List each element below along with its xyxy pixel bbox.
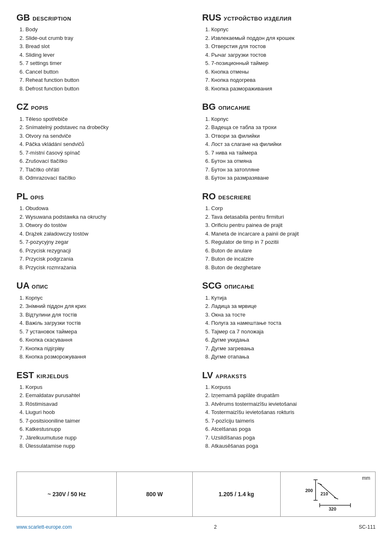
list-item: Дугме загревања [211,345,376,353]
section-title-rus: RUS УСТРОЙСТВО ИЗДЕЛИЯ [202,12,376,23]
list-item: Лост за слагане на филийки [211,140,376,148]
list-item: Корпус [25,294,190,302]
list-item: Корпус [211,25,376,34]
list-item: Tava detasabila pentru firmituri [211,213,376,221]
list-item: Sliding lever [25,51,190,59]
section-list-lv: KorpussIzņemamā paplāte drupatāmAtvērums… [202,383,376,450]
section-ua: UA ОПИСКорпусЗнімний піддон для крихВідт… [16,280,190,361]
section-title-lv: LV APRAKSTS [202,370,376,381]
section-list-pl: ObudowaWysuwana podstawka na okruchyOtwo… [16,204,190,271]
lang-name-ua: ОПИС [32,284,48,290]
list-item: 7-pozīciju taimeris [211,417,376,425]
list-item: Atkausēšanas poga [211,442,376,450]
list-item: Вадеща се табла за трохи [211,123,376,132]
list-item: Cancel button [25,68,190,76]
lang-name-scg: ОПИСАЊЕ [224,284,254,290]
specs-table: ~ 230V / 50 Hz 800 W 1.205 / 1.4 kg mm 2… [16,472,376,517]
section-title-ua: UA ОПИС [16,280,190,291]
dim3-label: 320 [329,506,336,511]
lang-code-est: EST [16,370,37,380]
list-item: Тајмер са 7 положаја [211,328,376,336]
section-gb: GB DESCRIPTIONBodySlide-out crumb trayBr… [16,12,190,92]
list-item: Orificiu pentru painea de prajit [211,221,376,229]
voltage-cell: ~ 230V / 50 Hz [17,472,117,516]
list-item: Páčka vkládání sendvičů [25,140,190,148]
section-title-bg: BG ОПИСАНИЕ [202,102,376,112]
section-title-scg: SCG ОПИСАЊЕ [202,280,376,291]
list-item: 7 установок таймера [25,328,190,336]
left-column: GB DESCRIPTIONBodySlide-out crumb trayBr… [16,12,190,459]
list-item: Těleso spotřebiče [25,115,190,123]
power-value: 800 W [146,491,163,497]
list-item: Atvērums tostermaizīšu ievietošanai [211,400,376,408]
dim2-label: 210 [321,491,328,496]
list-item: Röstimisavad [25,400,190,408]
list-item: Ülessulatamise nupp [25,442,190,450]
content-columns: GB DESCRIPTIONBodySlide-out crumb trayBr… [16,12,376,459]
list-item: Obudowa [25,204,190,213]
page: GB DESCRIPTIONBodySlide-out crumb trayBr… [0,0,392,555]
list-item: Katkestusnupp [25,425,190,433]
section-list-scg: КутијаЛадица за мрвицеОкна за тостеПолуг… [202,294,376,361]
svg-line-4 [318,483,322,485]
list-item: Drążek załadowczy tostów [25,230,190,238]
lang-name-rus: УСТРОЙСТВО ИЗДЕЛИЯ [224,16,292,22]
lang-code-lv: LV [202,370,216,380]
lang-name-gb: DESCRIPTION [32,16,71,22]
lang-name-pl: OPIS [30,194,44,201]
section-list-gb: BodySlide-out crumb trayBread slotSlidin… [16,25,190,92]
list-item: Дугме укидања [211,336,376,344]
list-item: Bread slot [25,42,190,51]
list-item: Бутон за размразяване [211,174,376,182]
list-item: Eemaldatav purusahtel [25,391,190,400]
section-pl: PL OPISObudowaWysuwana podstawka na okru… [16,191,190,271]
list-item: Zrušovací tlačítko [25,157,190,165]
list-item: Бутон за затопляне [211,166,376,174]
list-item: Кнопка отмены [211,68,376,76]
dims-unit: mm [362,475,370,481]
page-number: 2 [214,524,217,530]
lang-name-ro: DESCRIERE [218,194,251,201]
list-item: Wysuwana podstawka na okruchy [25,213,190,221]
section-list-rus: КорпусИзвлекаемый поддон для крошекОтвер… [202,25,376,92]
list-item: Окна за тосте [211,311,376,319]
list-item: Korpus [25,383,190,391]
lang-code-rus: RUS [202,12,224,23]
section-list-cz: Těleso spotřebičeSnímatelný podstavec na… [16,115,190,182]
list-item: Otvory na sendviče [25,132,190,140]
list-item: Извлекаемый поддон для крошек [211,34,376,42]
list-item: 7 settings timer [25,59,190,67]
list-item: Важіль загрузки тостів [25,319,190,327]
list-item: Корпус [211,115,376,123]
lang-name-est: KIRJELDUS [37,373,69,379]
list-item: 7-позиционный таймер [211,59,376,67]
list-item: Знімний піддон для крих [25,302,190,310]
list-item: Reheat function button [25,76,190,84]
website-link[interactable]: www.scarlett-europe.com [16,524,72,530]
section-ro: RO DESCRIERECorpTava detasabila pentru f… [202,191,376,271]
dim1-label: 200 [305,488,313,493]
list-item: Tlačítko ohřátí [25,166,190,174]
section-rus: RUS УСТРОЙСТВО ИЗДЕЛИЯКорпусИзвлекаемый … [202,12,376,92]
section-title-pl: PL OPIS [16,191,190,202]
list-item: Рычаг загрузки тостов [211,51,376,59]
section-lv: LV APRAKSTSKorpussIzņemamā paplāte drupa… [202,370,376,450]
list-item: Кнопка розморожування [25,353,190,361]
list-item: Izņemamā paplāte drupatām [211,391,376,400]
section-list-ro: CorpTava detasabila pentru firmituriOrif… [202,204,376,271]
lang-code-pl: PL [16,191,30,201]
list-item: Defrost function button [25,85,190,93]
list-item: Buton de anulare [211,247,376,255]
voltage-value: ~ 230V / 50 Hz [48,491,86,497]
list-item: Järelkuumutuse nupp [25,434,190,442]
list-item: Body [25,25,190,34]
list-item: Tostermaizīšu ievietošanas rokturis [211,408,376,416]
list-item: Ладица за мрвице [211,302,376,310]
weight-cell: 1.205 / 1.4 kg [193,472,281,516]
page-footer: www.scarlett-europe.com 2 SC-111 [16,524,376,530]
lang-code-ro: RO [202,191,218,201]
section-title-cz: CZ POPIS [16,102,190,112]
section-list-bg: КорпусВадеща се табла за трохиОтвори за … [202,115,376,182]
list-item: Korpuss [211,383,376,391]
section-bg: BG ОПИСАНИЕКорпусВадеща се табла за трох… [202,102,376,182]
